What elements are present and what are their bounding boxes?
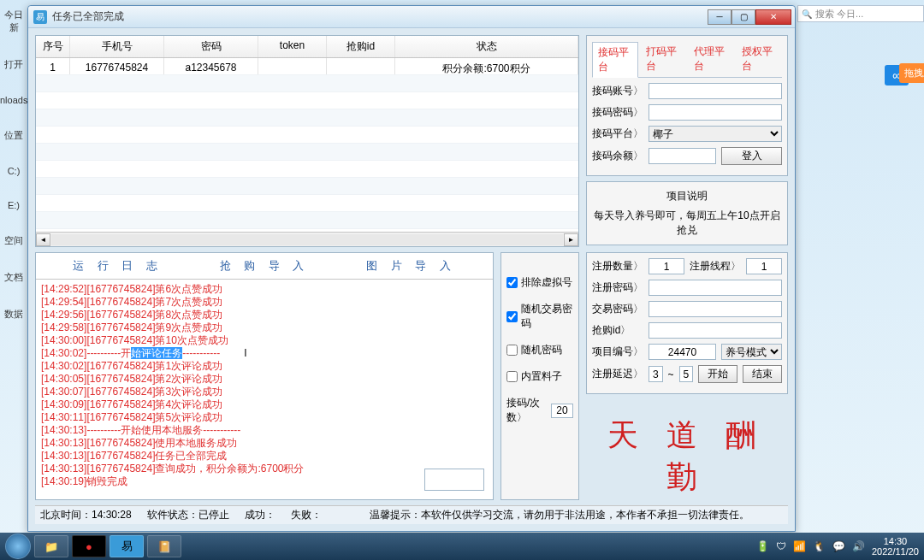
reg-thread-input[interactable]	[746, 258, 782, 274]
reg-count-input[interactable]	[649, 258, 684, 274]
tray-clock[interactable]: 14:30 2022/11/20	[872, 536, 919, 557]
search-placeholder: 搜索 今日...	[815, 8, 863, 21]
tray-wechat-icon[interactable]: 💬	[832, 540, 845, 552]
project-desc-panel: 项目说明 每天导入养号即可，每周五上午10点开启抢兑	[586, 181, 788, 245]
taskbar-record-icon[interactable]: ●	[72, 535, 106, 557]
log-tab-image[interactable]: 图 片 导 入	[366, 258, 456, 274]
qianggou-id-input[interactable]	[649, 322, 782, 339]
table-row[interactable]: 1 16776745824 a12345678 积分余额:6700积分	[36, 58, 578, 75]
desktop-search[interactable]: 🔍 搜索 今日...	[797, 5, 924, 22]
start-button-icon[interactable]	[5, 533, 31, 559]
jm-account-input[interactable]	[649, 83, 782, 99]
desc-body: 每天导入养号即可，每周五上午10点开启抢兑	[590, 209, 784, 238]
taskbar[interactable]: 📁 ● 易 📔 🔋 🛡 📶 🐧 💬 🔊 14:30 2022/11/20	[0, 533, 924, 560]
tray-qq-icon[interactable]: 🐧	[813, 540, 826, 552]
tab-daili[interactable]: 代理平台	[688, 41, 734, 77]
system-tray[interactable]: 🔋 🛡 📶 🐧 💬 🔊 14:30 2022/11/20	[756, 536, 919, 557]
taskbar-app-icon[interactable]: 易	[110, 535, 144, 557]
project-id-input[interactable]	[649, 344, 716, 360]
taskbar-explorer-icon[interactable]: 📁	[34, 535, 68, 557]
delay-max-input[interactable]	[679, 366, 694, 382]
sms-count-input[interactable]	[551, 404, 573, 418]
chk-random-pwd[interactable]: 随机密码	[506, 343, 573, 357]
project-mode-select[interactable]: 养号模式	[721, 344, 782, 360]
desc-title: 项目说明	[590, 189, 784, 203]
statusbar: 北京时间：14:30:28 软件状态：已停止 成功： 失败： 温馨提示：本软件仅…	[35, 505, 788, 524]
taskbar-notes-icon[interactable]: 📔	[147, 535, 181, 557]
tab-dama[interactable]: 打码平台	[640, 41, 686, 77]
options-panel: 排除虚拟号 随机交易密码 随机密码 内置料子 接码/次数〉	[500, 252, 579, 500]
desktop-left-partial: 今日新 打开 nloads 位置 C:) E:) 空间 文档 数据	[0, 0, 27, 560]
end-button[interactable]: 结束	[743, 365, 782, 383]
register-panel: 注册数量〉 注册线程〉 注册密码〉 交易密码〉 抢购id〉 项目编号〉 养号模式	[586, 252, 788, 500]
motto-text: 天 道 酬 勤	[586, 415, 788, 498]
log-panel: 运 行 日 志 抢 购 导 入 图 片 导 入 [14:29:52][16776…	[35, 252, 494, 500]
tab-shouquan[interactable]: 授权平台	[736, 41, 782, 77]
drag-upload-button[interactable]: 拖拽上	[899, 63, 924, 83]
platform-panel: 接码平台 打码平台 代理平台 授权平台 接码账号〉 接码密码〉 接码平台〉 椰子…	[586, 35, 788, 176]
tray-battery-icon[interactable]: 🔋	[756, 540, 769, 552]
tray-shield-icon[interactable]: 🛡	[776, 540, 786, 552]
tab-jiema[interactable]: 接码平台	[592, 42, 638, 78]
log-body[interactable]: [14:29:52][16776745824]第6次点赞成功 [14:29:54…	[36, 279, 493, 499]
window-title: 任务已全部完成	[52, 9, 708, 24]
tray-network-icon[interactable]: 📶	[793, 540, 806, 552]
delay-min-input[interactable]	[649, 366, 663, 382]
titlebar[interactable]: 易 任务已全部完成 ─ ▢ ✕	[28, 6, 795, 28]
minimize-button[interactable]: ─	[708, 9, 732, 25]
maximize-button[interactable]: ▢	[732, 9, 755, 25]
chk-builtin-data[interactable]: 内置料子	[506, 369, 573, 384]
log-tab-run[interactable]: 运 行 日 志	[73, 258, 163, 274]
search-icon: 🔍	[802, 9, 812, 19]
chk-random-trade-pwd[interactable]: 随机交易密码	[506, 302, 573, 331]
app-window: 易 任务已全部完成 ─ ▢ ✕ 序号 手机号 密码 token 抢购id 状态	[27, 5, 796, 532]
app-icon: 易	[33, 10, 47, 24]
scroll-left-icon[interactable]: ◄	[36, 233, 50, 246]
trade-password-input[interactable]	[649, 301, 782, 317]
jm-login-button[interactable]: 登入	[721, 147, 782, 165]
log-preview-box	[424, 469, 484, 491]
jm-platform-select[interactable]: 椰子	[649, 126, 782, 142]
close-button[interactable]: ✕	[755, 9, 791, 25]
scroll-right-icon[interactable]: ►	[564, 233, 578, 246]
chk-exclude-virtual[interactable]: 排除虚拟号	[506, 275, 573, 290]
log-tab-import[interactable]: 抢 购 导 入	[220, 258, 310, 274]
jm-password-input[interactable]	[649, 104, 782, 121]
start-button[interactable]: 开始	[698, 365, 737, 383]
desktop-right-partial: 🔍 搜索 今日...	[797, 5, 924, 22]
tray-volume-icon[interactable]: 🔊	[852, 540, 865, 552]
accounts-grid[interactable]: 序号 手机号 密码 token 抢购id 状态 1 16776745824 a1…	[35, 35, 579, 247]
grid-header: 序号 手机号 密码 token 抢购id 状态	[36, 36, 578, 58]
horizontal-scrollbar[interactable]: ◄ ►	[36, 232, 578, 246]
jm-balance-input[interactable]	[649, 148, 716, 164]
reg-password-input[interactable]	[649, 280, 782, 296]
